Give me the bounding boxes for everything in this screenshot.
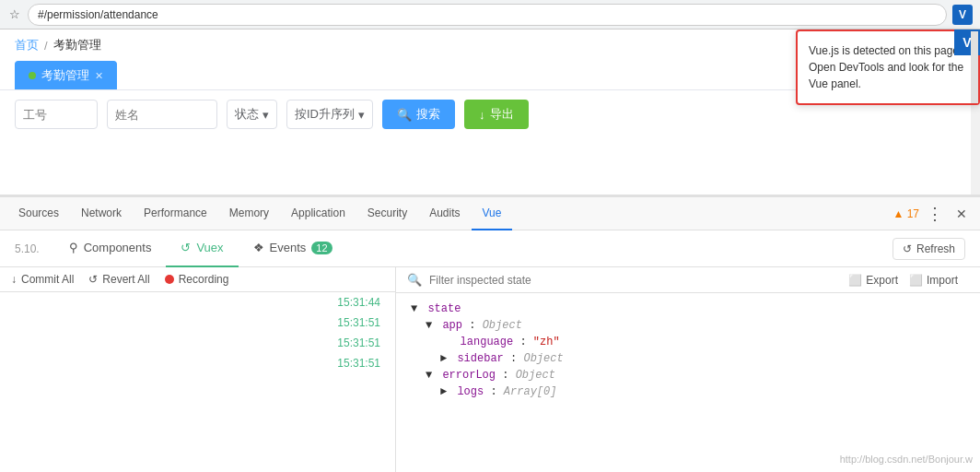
vue-tooltip: V Vue.js is detected on this page. Open …: [796, 30, 980, 105]
name-input[interactable]: [107, 100, 217, 129]
components-label: Components: [84, 241, 152, 254]
commit-all-label: Commit All: [21, 273, 74, 286]
tab-performance[interactable]: Performance: [133, 197, 218, 230]
tab-close-icon[interactable]: ✕: [95, 70, 103, 82]
export-state-label: Export: [866, 274, 898, 287]
application-label: Application: [291, 206, 345, 219]
import-state-icon: ⬜: [909, 274, 923, 287]
vue-label: Vue: [483, 206, 502, 219]
sort-select[interactable]: 按ID升序列 ▾: [286, 100, 373, 129]
tab-label: 考勤管理: [41, 67, 89, 84]
logs-triangle[interactable]: ►: [440, 385, 447, 398]
app-triangle[interactable]: ▼: [426, 319, 432, 332]
status-select[interactable]: 状态 ▾: [227, 100, 277, 129]
components-icon: ⚲: [69, 241, 78, 254]
devtools-more-icon[interactable]: ⋮: [919, 204, 951, 224]
performance-label: Performance: [144, 206, 207, 219]
tab-audits[interactable]: Audits: [418, 197, 471, 230]
breadcrumb-home[interactable]: 首页: [15, 37, 39, 53]
refresh-icon: ↺: [903, 242, 912, 255]
root-triangle[interactable]: ▼: [411, 302, 417, 315]
list-item[interactable]: 15:31:51: [0, 333, 395, 353]
errorlog-type: Object: [516, 369, 555, 382]
errorlog-key: errorLog: [442, 369, 496, 382]
subtab-vuex[interactable]: ↺ Vuex: [166, 230, 238, 267]
sources-label: Sources: [18, 206, 59, 219]
devtools-tabs: Sources Network Performance Memory Appli…: [0, 197, 980, 230]
state-search-bar: 🔍 ⬜ Export ⬜ Import: [396, 267, 980, 293]
recording-label: Recording: [179, 273, 229, 286]
state-filter-input[interactable]: [429, 274, 830, 287]
logs-key: logs: [457, 385, 484, 398]
id-input[interactable]: [15, 100, 98, 129]
devtools-body: ↓ Commit All ↺ Revert All Recording 15:3…: [0, 267, 980, 472]
export-state-button[interactable]: ⬜ Export: [848, 274, 898, 287]
audits-label: Audits: [429, 206, 460, 219]
commit-all-button[interactable]: ↓ Commit All: [11, 273, 74, 286]
version-text: 5.10.: [15, 242, 40, 255]
errorlog-triangle[interactable]: ▼: [426, 369, 432, 382]
tab-security[interactable]: Security: [356, 197, 418, 230]
tooltip-scrollbar: [971, 31, 978, 103]
export-state-icon: ⬜: [848, 274, 862, 287]
page-content: 首页 / 考勤管理 考勤管理 ✕ 状态 ▾ 按ID升序列 ▾ 🔍 搜索 ↓ 导出: [0, 30, 980, 195]
subtab-events[interactable]: ❖ Events 12: [239, 230, 347, 267]
app-key: app: [442, 319, 462, 332]
refresh-button[interactable]: ↺ Refresh: [892, 238, 965, 260]
sort-chevron-icon: ▾: [358, 108, 365, 122]
vue-tooltip-text: Vue.js is detected on this page. Open De…: [809, 42, 967, 92]
export-button[interactable]: ↓ 导出: [464, 100, 529, 129]
vuex-label: Vuex: [196, 241, 223, 254]
vuex-icon: ↺: [181, 241, 191, 254]
subtab-components[interactable]: ⚲ Components: [54, 230, 167, 267]
search-button[interactable]: 🔍 搜索: [382, 100, 455, 129]
tab-dot: [29, 72, 36, 79]
recording-dot: [165, 275, 174, 284]
state-actions: ⬜ Export ⬜ Import: [837, 274, 969, 287]
tab-memory[interactable]: Memory: [218, 197, 280, 230]
events-label: Events: [270, 241, 307, 254]
status-label: 状态: [235, 106, 259, 123]
list-item[interactable]: 15:31:44: [0, 292, 395, 313]
tab-vue[interactable]: Vue: [472, 197, 513, 230]
refresh-label: Refresh: [916, 242, 955, 255]
export-label: 导出: [490, 106, 514, 123]
import-state-label: Import: [927, 274, 958, 287]
vue-devtools-icon[interactable]: V: [952, 5, 973, 25]
state-root: ▼ state: [411, 301, 965, 317]
sort-label: 按ID升序列: [295, 106, 355, 123]
state-node-logs: ► logs : Array[0]: [411, 384, 965, 400]
tab-application[interactable]: Application: [280, 197, 356, 230]
breadcrumb-separator: /: [44, 39, 48, 53]
sidebar-type: Object: [523, 352, 563, 365]
memory-label: Memory: [229, 206, 269, 219]
recording-button[interactable]: Recording: [165, 273, 229, 286]
import-state-button[interactable]: ⬜ Import: [909, 274, 958, 287]
watermark: http://blog.csdn.net/Bonjour.w: [840, 454, 973, 465]
app-type: Object: [483, 319, 522, 332]
state-panel: 🔍 ⬜ Export ⬜ Import ▼ state: [396, 267, 980, 472]
attendance-tab[interactable]: 考勤管理 ✕: [15, 61, 117, 89]
list-item[interactable]: 15:31:51: [0, 313, 395, 333]
revert-all-button[interactable]: ↺ Revert All: [88, 273, 149, 286]
lang-triangle: [440, 336, 453, 348]
network-label: Network: [81, 206, 122, 219]
events-badge: 12: [311, 242, 332, 254]
revert-all-label: Revert All: [102, 273, 149, 286]
breadcrumb-current: 考勤管理: [53, 37, 101, 53]
history-toolbar: ↓ Commit All ↺ Revert All Recording: [0, 267, 395, 292]
vue-subtabs: 5.10. ⚲ Components ↺ Vuex ❖ Events 12 ↺ …: [0, 230, 980, 267]
tab-network[interactable]: Network: [70, 197, 133, 230]
lang-key: language: [461, 336, 514, 348]
export-icon: ↓: [479, 108, 485, 122]
devtools-close-icon[interactable]: ✕: [951, 206, 973, 221]
state-node-language: language : "zh": [411, 334, 965, 350]
root-key: state: [427, 302, 461, 315]
sidebar-triangle[interactable]: ►: [440, 352, 447, 365]
search-label: 搜索: [416, 106, 440, 123]
tab-sources[interactable]: Sources: [7, 197, 70, 230]
search-icon: 🔍: [397, 108, 412, 122]
url-bar[interactable]: [28, 4, 947, 26]
list-item[interactable]: 15:31:51: [0, 353, 395, 373]
bookmark-icon[interactable]: ☆: [7, 7, 22, 22]
